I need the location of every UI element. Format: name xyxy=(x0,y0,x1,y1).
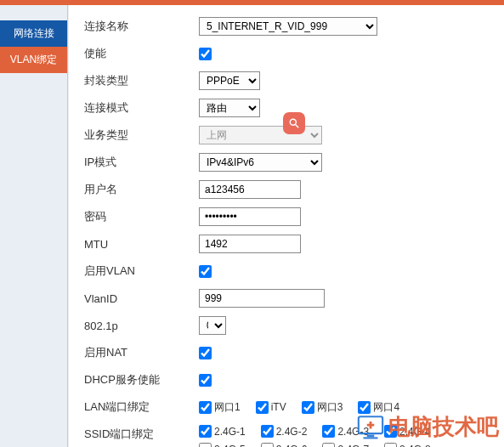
label-ipmode: IP模式 xyxy=(84,155,199,170)
label-dhcp-en: DHCP服务使能 xyxy=(84,372,199,388)
select-8021p[interactable]: 0 xyxy=(199,316,226,335)
ssid-bind-item[interactable]: 2.4G-4 xyxy=(384,425,431,438)
ssid-bind-item[interactable]: 2.4G-8 xyxy=(384,443,431,447)
checkbox-dhcp-en[interactable] xyxy=(199,374,212,387)
label-encap: 封装类型 xyxy=(84,73,199,88)
label-vlanid: VlanID xyxy=(84,292,199,305)
checkbox-ssid-7[interactable] xyxy=(322,443,335,447)
label-pass: 密码 xyxy=(84,209,199,224)
checkbox-ssid-2[interactable] xyxy=(261,425,274,438)
checkbox-ssid-8[interactable] xyxy=(384,443,397,447)
select-mode[interactable]: 路由 xyxy=(199,99,260,117)
checkbox-ssid-1[interactable] xyxy=(199,425,212,438)
ssid-bind-item[interactable]: 2.4G-1 xyxy=(199,425,246,438)
checkbox-lan3[interactable] xyxy=(302,401,314,414)
checkbox-itv[interactable] xyxy=(256,401,269,414)
ssid-bind-item[interactable]: 2.4G-7 xyxy=(322,443,369,447)
input-password[interactable] xyxy=(199,207,301,226)
ssid-bind-item[interactable]: 2.4G-5 xyxy=(199,443,246,447)
lan-bind-item[interactable]: 网口4 xyxy=(358,400,399,415)
label-vlan-en: 启用VLAN xyxy=(84,263,199,279)
lan-bind-item[interactable]: 网口3 xyxy=(302,400,343,415)
lan-bind-item[interactable]: 网口1 xyxy=(199,400,241,415)
checkbox-ssid-6[interactable] xyxy=(261,443,274,447)
checkbox-lan1[interactable] xyxy=(199,401,212,414)
sidebar-item-label: 网络连接 xyxy=(14,27,54,39)
svg-point-0 xyxy=(290,119,296,125)
label-nat-en: 启用NAT xyxy=(84,345,199,360)
sidebar-item-label: VLAN绑定 xyxy=(10,54,57,65)
sidebar-item-network-conn[interactable]: 网络连接 xyxy=(0,20,67,47)
label-mode: 连接模式 xyxy=(84,100,199,116)
input-mtu[interactable] xyxy=(199,235,301,253)
content-panel: 连接名称 5_INTERNET_R_VID_999 使能 封装类型 PPPoE … xyxy=(68,5,504,447)
label-8021p: 802.1p xyxy=(84,320,199,332)
select-ipmode[interactable]: IPv4&IPv6 xyxy=(199,153,322,172)
input-vlanid[interactable] xyxy=(199,289,325,308)
checkbox-lan4[interactable] xyxy=(358,401,371,414)
checkbox-vlan-en[interactable] xyxy=(199,265,212,278)
checkbox-nat-en[interactable] xyxy=(199,347,212,359)
lan-bind-group: 网口1 iTV 网口3 网口4 xyxy=(199,400,399,415)
ssid-bind-item[interactable]: 2.4G-3 xyxy=(322,425,369,438)
label-svc: 业务类型 xyxy=(84,127,199,143)
label-enable: 使能 xyxy=(84,46,199,61)
ssid-bind-group: 2.4G-1 2.4G-2 2.4G-3 2.4G-4 2.4G-5 2.4G-… xyxy=(199,425,488,447)
ssid-bind-item[interactable]: 2.4G-2 xyxy=(261,425,308,438)
sidebar-item-vlan-bind[interactable]: VLAN绑定 xyxy=(0,47,67,73)
input-username[interactable] xyxy=(199,180,301,199)
label-conn-name: 连接名称 xyxy=(84,19,199,34)
label-ssid-bind: SSID端口绑定 xyxy=(84,425,199,442)
main-layout: 网络连接 VLAN绑定 连接名称 5_INTERNET_R_VID_999 使能… xyxy=(0,5,504,447)
label-mtu: MTU xyxy=(84,238,199,251)
checkbox-ssid-3[interactable] xyxy=(322,425,335,438)
select-conn-name[interactable]: 5_INTERNET_R_VID_999 xyxy=(199,17,377,36)
sidebar: 网络连接 VLAN绑定 xyxy=(0,5,68,447)
checkbox-ssid-4[interactable] xyxy=(384,425,397,438)
checkbox-ssid-5[interactable] xyxy=(199,443,212,447)
select-svc: 上网 xyxy=(199,126,322,144)
checkbox-enable[interactable] xyxy=(199,48,212,60)
label-user: 用户名 xyxy=(84,182,199,197)
select-encap[interactable]: PPPoE xyxy=(199,71,260,90)
lan-bind-item[interactable]: iTV xyxy=(256,400,286,415)
ssid-bind-item[interactable]: 2.4G-6 xyxy=(261,443,308,447)
label-lan-bind: LAN端口绑定 xyxy=(84,399,199,415)
